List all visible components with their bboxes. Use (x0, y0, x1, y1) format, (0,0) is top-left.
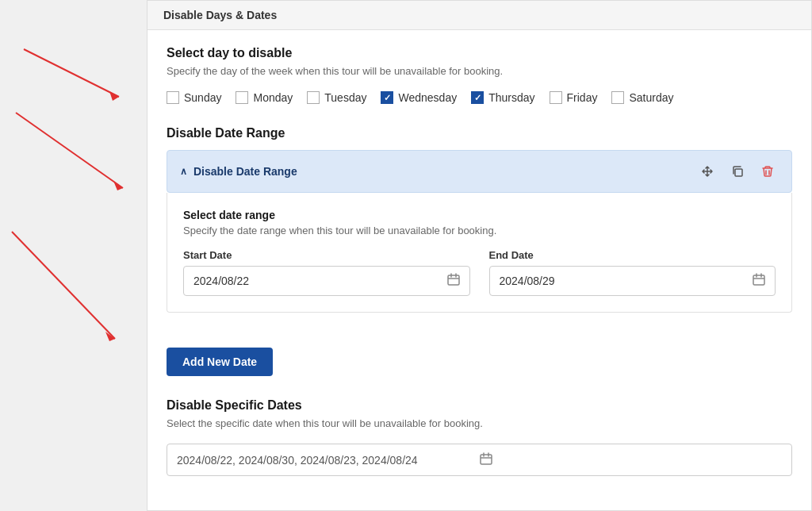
start-date-field: Start Date (183, 249, 470, 296)
content-area: Select day to disable Specify the day of… (147, 30, 811, 492)
page-wrapper: Disable Days & Dates Select day to disab… (0, 0, 812, 511)
main-content: Disable Days & Dates Select day to disab… (147, 0, 812, 511)
svg-rect-7 (448, 275, 459, 285)
accordion-header[interactable]: ∧ Disable Date Range (167, 150, 792, 193)
end-date-input-wrapper (489, 266, 776, 296)
end-date-input[interactable] (500, 275, 753, 287)
accordion-body: Select date range Specify the date range… (167, 193, 792, 313)
move-icon-button[interactable] (696, 160, 718, 182)
svg-marker-3 (113, 181, 123, 190)
day-item-saturday: Saturday (611, 91, 673, 104)
day-item-sunday: Sunday (167, 91, 221, 104)
select-day-section: Select day to disable Specify the day of… (167, 46, 792, 104)
checkbox-monday[interactable] (236, 91, 248, 104)
start-date-input-wrapper (183, 266, 470, 296)
specific-dates-value: 2024/08/22, 2024/08/30, 2024/08/23, 2024… (177, 454, 480, 467)
svg-marker-1 (109, 91, 119, 101)
page-title: Disable Days & Dates (163, 9, 277, 21)
specific-dates-section: Disable Specific Dates Select the specif… (167, 398, 792, 476)
day-label-thursday: Thursday (488, 91, 534, 104)
select-day-title: Select day to disable (167, 46, 792, 60)
date-inputs-row: Start Date (183, 249, 776, 296)
start-date-calendar-icon[interactable] (447, 273, 460, 289)
svg-line-4 (12, 232, 115, 339)
disable-date-range-title: Disable Date Range (167, 126, 792, 140)
select-day-description: Specify the day of the week when this to… (167, 65, 792, 77)
svg-rect-6 (735, 169, 742, 176)
day-label-wednesday: Wednesday (398, 91, 457, 104)
svg-marker-5 (105, 332, 115, 341)
end-date-field: End Date (489, 249, 776, 296)
move-icon (701, 165, 714, 178)
start-date-label: Start Date (183, 249, 470, 261)
svg-rect-9 (481, 455, 492, 464)
day-item-tuesday: Tuesday (307, 91, 366, 104)
accordion-label: Disable Date Range (193, 165, 297, 178)
accordion-actions (696, 160, 779, 182)
day-label-sunday: Sunday (184, 91, 221, 104)
delete-icon-button[interactable] (756, 160, 779, 182)
date-range-description: Specify the date range when this tour wi… (183, 225, 776, 236)
specific-dates-calendar-icon[interactable] (480, 452, 783, 467)
start-date-input[interactable] (193, 275, 447, 287)
specific-dates-title: Disable Specific Dates (167, 398, 792, 413)
specific-dates-input-wrapper[interactable]: 2024/08/22, 2024/08/30, 2024/08/23, 2024… (167, 444, 792, 476)
days-row: Sunday Monday Tuesday Wedn (167, 91, 792, 104)
day-label-tuesday: Tuesday (324, 91, 366, 104)
add-new-date-button[interactable]: Add New Date (167, 348, 273, 376)
checkbox-friday[interactable] (550, 91, 562, 104)
checkbox-wednesday[interactable] (381, 91, 393, 104)
page-header: Disable Days & Dates (147, 1, 811, 30)
copy-icon (731, 165, 744, 178)
specific-dates-description: Select the specific date when this tour … (167, 417, 792, 429)
svg-rect-8 (753, 275, 764, 285)
accordion-left: ∧ Disable Date Range (180, 165, 297, 178)
copy-icon-button[interactable] (726, 160, 749, 182)
day-item-friday: Friday (550, 91, 598, 104)
checkbox-tuesday[interactable] (307, 91, 320, 104)
day-item-wednesday: Wednesday (381, 91, 457, 104)
day-label-saturday: Saturday (629, 91, 673, 104)
checkbox-sunday[interactable] (167, 91, 179, 104)
day-label-friday: Friday (567, 91, 598, 104)
checkbox-thursday[interactable] (471, 91, 484, 104)
chevron-up-icon: ∧ (180, 166, 187, 177)
checkbox-saturday[interactable] (611, 91, 624, 104)
disable-date-range-section: Disable Date Range ∧ Disable Date Range (167, 126, 792, 313)
accordion: ∧ Disable Date Range (167, 150, 792, 313)
date-range-title: Select date range (183, 209, 776, 221)
end-date-label: End Date (489, 249, 776, 261)
delete-icon (761, 165, 774, 178)
day-label-monday: Monday (253, 91, 293, 104)
day-item-thursday: Thursday (471, 91, 534, 104)
svg-line-2 (16, 113, 123, 188)
svg-line-0 (24, 49, 119, 97)
left-panel (0, 0, 147, 511)
day-item-monday: Monday (236, 91, 293, 104)
end-date-calendar-icon[interactable] (753, 273, 765, 289)
